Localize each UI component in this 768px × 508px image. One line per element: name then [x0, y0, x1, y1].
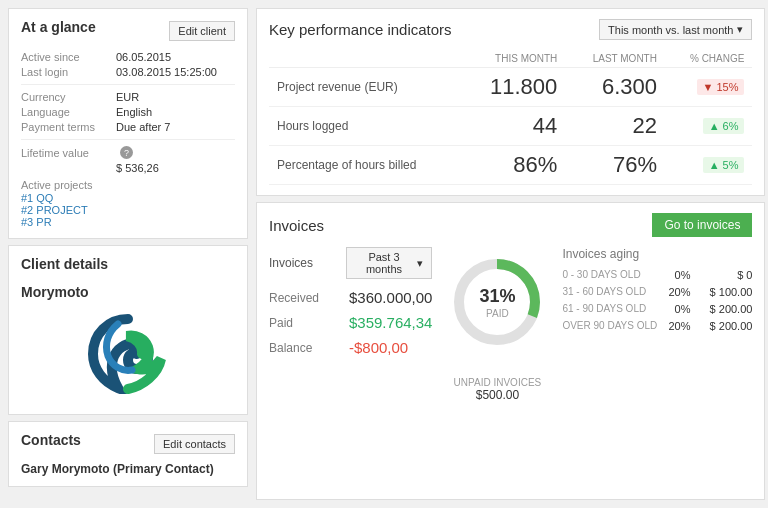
active-projects-label: Active projects	[21, 179, 93, 191]
unpaid-invoices-value: $500.00	[476, 388, 519, 402]
revenue-change-badge: ▼ 15%	[697, 79, 745, 95]
donut-center: 31% PAID	[479, 286, 515, 319]
kpi-col-change: % CHANGE	[665, 50, 752, 68]
lifetime-value: $ 536,26	[116, 162, 159, 174]
kpi-period-dropdown[interactable]: This month vs. last month ▾	[599, 19, 752, 40]
balance-row: Balance -$800,00	[269, 339, 432, 356]
client-details-card: Client details Morymoto	[8, 245, 248, 415]
paid-label: Paid	[269, 316, 349, 330]
active-since-value: 06.05.2015	[116, 51, 171, 63]
currency-value: EUR	[116, 91, 139, 103]
invoices-body: Invoices Past 3 months ▾ Received $360.0…	[269, 247, 752, 402]
kpi-revenue-last-month: 6.300	[565, 68, 665, 107]
client-details-title: Client details	[21, 256, 235, 272]
balance-label: Balance	[269, 341, 349, 355]
aging-val-0-30: $ 0	[690, 269, 752, 281]
invoices-sub-label: Invoices	[269, 256, 338, 270]
aging-label-31-60: 31 - 60 DAYS OLD	[562, 286, 662, 297]
right-panel: Key performance indicators This month vs…	[256, 8, 765, 500]
edit-client-button[interactable]: Edit client	[169, 21, 235, 41]
received-label: Received	[269, 291, 349, 305]
kpi-card: Key performance indicators This month vs…	[256, 8, 765, 196]
period-label: Past 3 months	[355, 251, 414, 275]
lifetime-help-icon[interactable]: ?	[120, 146, 133, 159]
currency-label: Currency	[21, 91, 116, 103]
kpi-billed-change: ▲ 5%	[665, 146, 752, 185]
last-login-value: 03.08.2015 15:25:00	[116, 66, 217, 78]
aging-pct-61-90: 0%	[662, 303, 690, 315]
client-logo-container	[21, 304, 235, 404]
paid-row: Paid $359.764,34	[269, 314, 432, 331]
kpi-billed-label: Percentage of hours billed	[269, 146, 462, 185]
project-link-1[interactable]: #1 QQ	[21, 192, 235, 204]
kpi-table: THIS MONTH LAST MONTH % CHANGE Project r…	[269, 50, 752, 185]
kpi-row-billed: Percentage of hours billed 86% 76% ▲ 5%	[269, 146, 752, 185]
aging-pct-0-30: 0%	[662, 269, 690, 281]
go-to-invoices-button[interactable]: Go to invoices	[652, 213, 752, 237]
aging-val-over-90: $ 200.00	[690, 320, 752, 332]
kpi-revenue-label: Project revenue (EUR)	[269, 68, 462, 107]
aging-val-61-90: $ 200.00	[690, 303, 752, 315]
client-logo	[88, 314, 168, 394]
kpi-row-hours: Hours logged 44 22 ▲ 6%	[269, 107, 752, 146]
kpi-row-revenue: Project revenue (EUR) 11.800 6.300 ▼ 15%	[269, 68, 752, 107]
aging-label-0-30: 0 - 30 DAYS OLD	[562, 269, 662, 280]
project-link-2[interactable]: #2 PROJECT	[21, 204, 235, 216]
last-login-label: Last login	[21, 66, 116, 78]
project-link-3[interactable]: #3 PR	[21, 216, 235, 228]
kpi-hours-this-month: 44	[462, 107, 565, 146]
invoices-aging: Invoices aging 0 - 30 DAYS OLD 0% $ 0 31…	[562, 247, 752, 402]
arrow-up-icon-2: ▲	[709, 159, 720, 171]
kpi-hours-label: Hours logged	[269, 107, 462, 146]
donut-percentage: 31%	[479, 286, 515, 307]
kpi-col-this-month: THIS MONTH	[462, 50, 565, 68]
kpi-revenue-this-month: 11.800	[462, 68, 565, 107]
language-label: Language	[21, 106, 116, 118]
invoices-card: Invoices Go to invoices Invoices Past 3 …	[256, 202, 765, 500]
aging-title: Invoices aging	[562, 247, 752, 261]
left-panel: At a glance Edit client Active since 06.…	[8, 8, 248, 500]
invoices-period-dropdown[interactable]: Past 3 months ▾	[346, 247, 433, 279]
chevron-down-icon: ▾	[737, 23, 743, 36]
balance-value: -$800,00	[349, 339, 408, 356]
kpi-dropdown-label: This month vs. last month	[608, 24, 733, 36]
lifetime-value-spacer	[21, 162, 116, 174]
aging-label-over-90: OVER 90 DAYS OLD	[562, 320, 662, 331]
active-since-label: Active since	[21, 51, 116, 63]
aging-row-0-30: 0 - 30 DAYS OLD 0% $ 0	[562, 269, 752, 281]
contact-name: Gary Morymoto (Primary Contact)	[21, 462, 235, 476]
kpi-title: Key performance indicators	[269, 21, 452, 38]
unpaid-invoices-label: UNPAID INVOICES	[454, 377, 542, 388]
arrow-down-icon: ▼	[703, 81, 714, 93]
at-a-glance-info: Active since 06.05.2015 Last login 03.08…	[21, 51, 235, 78]
contacts-card: Contacts Edit contacts Gary Morymoto (Pr…	[8, 421, 248, 487]
aging-row-61-90: 61 - 90 DAYS OLD 0% $ 200.00	[562, 303, 752, 315]
edit-contacts-button[interactable]: Edit contacts	[154, 434, 235, 454]
contacts-title: Contacts	[21, 432, 81, 448]
invoices-left: Invoices Past 3 months ▾ Received $360.0…	[269, 247, 432, 402]
lifetime-value-label: Lifetime value	[21, 147, 116, 159]
chevron-down-icon-2: ▾	[417, 257, 423, 270]
arrow-up-icon: ▲	[709, 120, 720, 132]
aging-val-31-60: $ 100.00	[690, 286, 752, 298]
payment-terms-value: Due after 7	[116, 121, 170, 133]
invoices-title: Invoices	[269, 217, 324, 234]
language-value: English	[116, 106, 152, 118]
received-value: $360.000,00	[349, 289, 432, 306]
payment-terms-label: Payment terms	[21, 121, 116, 133]
kpi-hours-change: ▲ 6%	[665, 107, 752, 146]
kpi-col-label	[269, 50, 462, 68]
received-row: Received $360.000,00	[269, 289, 432, 306]
donut-section: 31% PAID UNPAID INVOICES $500.00	[442, 247, 552, 402]
at-a-glance-title: At a glance	[21, 19, 96, 35]
billed-change-badge: ▲ 5%	[703, 157, 745, 173]
kpi-hours-last-month: 22	[565, 107, 665, 146]
aging-row-over-90: OVER 90 DAYS OLD 20% $ 200.00	[562, 320, 752, 332]
donut-chart: 31% PAID	[442, 247, 552, 357]
active-projects: Active projects #1 QQ #2 PROJECT #3 PR	[21, 178, 235, 228]
aging-row-31-60: 31 - 60 DAYS OLD 20% $ 100.00	[562, 286, 752, 298]
kpi-billed-this-month: 86%	[462, 146, 565, 185]
donut-sub-label: PAID	[486, 308, 509, 319]
aging-label-61-90: 61 - 90 DAYS OLD	[562, 303, 662, 314]
paid-value: $359.764,34	[349, 314, 432, 331]
